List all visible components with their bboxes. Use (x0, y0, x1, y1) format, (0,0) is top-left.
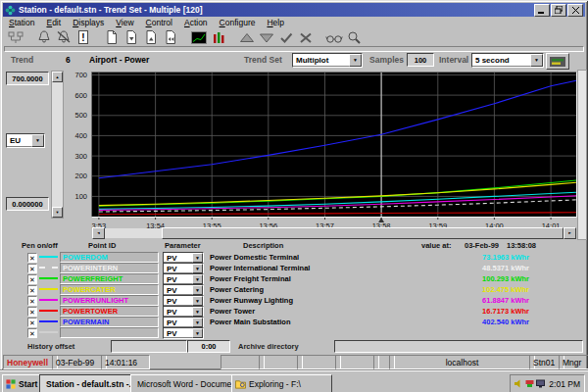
point-id-field[interactable]: POWERTOWER (60, 306, 159, 317)
horizontal-scrollbar[interactable]: ◄ ► (92, 228, 576, 238)
point-value: 100.293 kWhr (412, 274, 529, 283)
legend-header-time: 13:58:08 (507, 241, 536, 250)
page-down-button[interactable] (122, 29, 141, 45)
taskbar-task-3[interactable]: Exploring - F:\ (231, 374, 332, 392)
chevron-down-icon[interactable]: ▼ (192, 264, 203, 273)
pen-checkbox[interactable]: ✕ (27, 296, 37, 306)
close-button[interactable] (567, 4, 583, 17)
menu-edit[interactable]: Edit (40, 17, 67, 28)
pen-color-sample (39, 277, 58, 279)
chevron-down-icon[interactable]: ▼ (192, 318, 203, 327)
point-id-field[interactable]: POWERCATER (60, 284, 159, 295)
trend-config-button[interactable] (546, 53, 569, 70)
samples-label: Samples (369, 55, 404, 65)
page-blank-button[interactable] (102, 29, 122, 45)
point-id-field[interactable]: POWERMAIN (60, 317, 159, 327)
history-offset-value[interactable]: 0:00 (187, 340, 230, 353)
scroll-left-icon[interactable]: ◄ (92, 227, 105, 239)
pen-checkbox[interactable]: ✕ (27, 253, 37, 263)
trend-chart-button[interactable] (189, 29, 209, 45)
plot-area[interactable] (92, 73, 576, 217)
chevron-down-icon[interactable]: ▼ (192, 296, 203, 306)
trend-plot[interactable]: 1002003004005006007003:5313:5413:5513:56… (61, 70, 584, 228)
archive-directory-input[interactable] (334, 340, 583, 353)
volume-icon[interactable] (514, 379, 523, 388)
scrollbar-thumb[interactable] (162, 227, 564, 239)
y-tick-label: 500 (74, 111, 87, 120)
samples-input[interactable]: 100 (407, 53, 434, 67)
point-description: Power Domestic Terminal (210, 253, 416, 262)
parameter-select[interactable]: PV▼ (163, 327, 204, 339)
tray-display-icon[interactable] (536, 379, 545, 388)
statusbar-host: localhost (389, 355, 535, 369)
toolbar: ! (3, 28, 585, 46)
pen-checkbox[interactable]: ✕ (27, 328, 37, 338)
point-value: 48.5371 kWhr (412, 264, 529, 272)
menu-configure[interactable]: Configure (214, 17, 262, 28)
point-id-field[interactable] (60, 327, 159, 338)
cursor-marker-icon[interactable] (378, 218, 384, 222)
menu-displays[interactable]: Displays (67, 17, 110, 28)
group-bars-button[interactable] (209, 29, 228, 45)
pen-checkbox[interactable]: ✕ (27, 264, 37, 273)
menu-action[interactable]: Action (178, 17, 214, 28)
maximize-button[interactable] (551, 4, 566, 17)
chevron-down-icon[interactable]: ▼ (31, 134, 44, 147)
alarm-silence-button[interactable] (54, 29, 74, 45)
taskbar-task-2[interactable]: WMicrosoft Word - Document5 (130, 374, 236, 392)
axis-unit-select[interactable]: EU ▼ (6, 133, 45, 148)
legend-header-description: Description (243, 241, 283, 250)
scroll-right-icon[interactable]: ► (564, 227, 576, 239)
history-offset-input[interactable] (111, 340, 187, 353)
pen-config-icon (550, 57, 565, 67)
axis-min-field[interactable]: 0.000000 (6, 197, 49, 211)
point-value: 16.7173 kWhr (412, 307, 529, 316)
zoom-search-button[interactable] (344, 29, 364, 45)
point-id-field[interactable]: POWERINTERN (60, 263, 159, 273)
alarm-bell-button[interactable] (34, 29, 54, 45)
trend-set-select[interactable]: Multiplot ▼ (292, 53, 363, 68)
point-id-field[interactable]: POWERRUNLIGHT (60, 295, 159, 306)
point-description: Power Runway Lighting (210, 296, 416, 305)
chevron-down-icon[interactable]: ▼ (192, 328, 203, 338)
accept-button[interactable] (276, 29, 296, 45)
chevron-down-icon[interactable]: ▼ (192, 307, 203, 317)
y-tick-label: 300 (74, 152, 87, 161)
legend-header-pointid: Point ID (88, 241, 116, 250)
pen-checkbox[interactable]: ✕ (27, 307, 37, 317)
chevron-down-icon[interactable]: ▼ (349, 54, 362, 67)
point-id-field[interactable]: POWERDOM (60, 252, 159, 263)
axis-unit-value: EU (7, 136, 31, 145)
chevron-down-icon[interactable]: ▼ (192, 253, 203, 263)
pen-checkbox[interactable]: ✕ (27, 318, 37, 327)
find-glasses-button[interactable] (324, 29, 344, 45)
page-up-button[interactable] (141, 29, 161, 45)
chevron-down-icon[interactable]: ▼ (192, 285, 203, 295)
minimize-button[interactable] (534, 4, 550, 17)
page-rewind-button[interactable] (161, 29, 180, 45)
taskbar-task-1[interactable]: Station - default.stn -... (39, 374, 135, 392)
pen-checkbox[interactable]: ✕ (27, 285, 37, 295)
menu-view[interactable]: View (110, 17, 139, 28)
menu-help[interactable]: Help (261, 17, 289, 28)
y-tick-label: 100 (74, 192, 87, 201)
raise-button[interactable] (237, 29, 257, 45)
cancel-icon (298, 31, 314, 44)
cancel-button[interactable] (296, 29, 316, 45)
parameter-value: PV (164, 329, 192, 338)
alarm-page-button[interactable]: ! (74, 29, 93, 45)
point-id-field[interactable]: POWERFREIGHT (60, 273, 159, 284)
menu-station[interactable]: Station (3, 17, 40, 28)
chevron-down-icon[interactable]: ▼ (530, 54, 543, 67)
axis-max-field[interactable]: 700.0000 (6, 72, 49, 85)
y-tick-label: 400 (74, 131, 87, 140)
network-button[interactable] (6, 29, 25, 45)
chevron-down-icon[interactable]: ▼ (192, 274, 203, 284)
legend-row-powermain: ✕POWERMAINPV▼Power Main Substation402.54… (0, 317, 588, 327)
interval-select[interactable]: 5 second ▼ (471, 53, 544, 68)
pen-checkbox[interactable]: ✕ (27, 274, 37, 284)
menu-control[interactable]: Control (140, 17, 178, 28)
lower-button[interactable] (257, 29, 276, 45)
window-title: Station - default.stn - Trend Set - Mult… (19, 5, 533, 15)
tray-card-icon[interactable] (525, 379, 534, 388)
